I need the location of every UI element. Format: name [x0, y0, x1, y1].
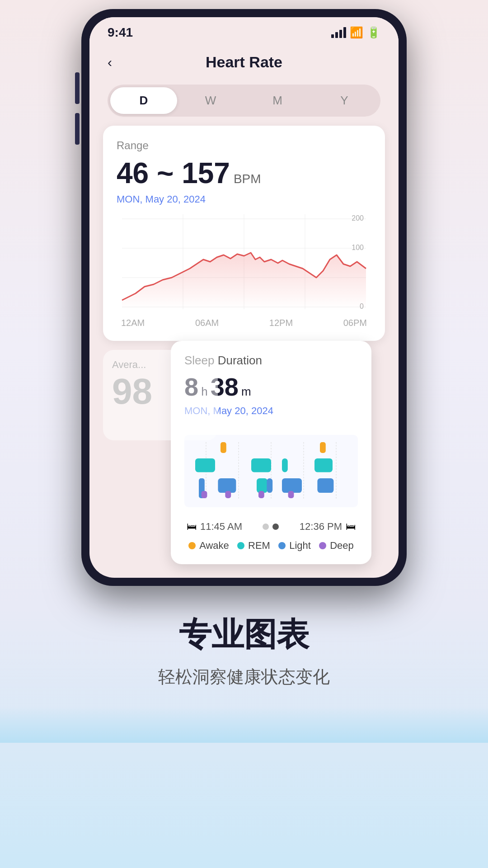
tab-month[interactable]: M — [244, 87, 311, 114]
range-date: MON, May 20, 2024 — [117, 193, 371, 205]
sleep-start-time: 🛏 11:45 AM — [187, 521, 242, 533]
bed-end-icon: 🛏 — [346, 521, 356, 533]
bg-avg-label: Avera... — [112, 359, 209, 371]
range-numbers: 46 ~ 157 — [117, 156, 230, 190]
sleep-legend: Awake REM Light Deep — [184, 540, 358, 552]
status-bar: 9:41 📶 🔋 — [89, 17, 399, 44]
legend-light: Light — [278, 540, 311, 552]
svg-rect-26 — [282, 458, 288, 472]
sleep-end-time: 12:36 PM 🛏 — [300, 521, 356, 533]
tab-bar: D W M Y — [108, 85, 380, 117]
legend-awake: Awake — [188, 540, 229, 552]
svg-rect-25 — [258, 491, 264, 498]
legend-deep: Deep — [319, 540, 354, 552]
bg-avg-card: Avera... 98 — [103, 350, 218, 440]
sleep-time-labels: 🛏 11:45 AM 12:36 PM 🛏 — [184, 521, 358, 533]
svg-rect-18 — [202, 491, 207, 498]
page-title: Heart Rate — [206, 53, 282, 71]
svg-rect-17 — [195, 458, 215, 472]
battery-icon: 🔋 — [367, 26, 380, 39]
legend-rem-label: REM — [248, 540, 270, 552]
range-label: Range — [117, 139, 371, 152]
sleep-pagination — [263, 524, 279, 530]
svg-rect-20 — [218, 478, 236, 493]
phone-screen: 9:41 📶 🔋 ‹ Heart Rate — [89, 17, 399, 578]
legend-awake-dot — [188, 542, 196, 549]
legend-deep-label: Deep — [330, 540, 354, 552]
status-icons: 📶 🔋 — [331, 26, 380, 39]
bottom-gradient — [0, 707, 488, 743]
x-label-12am: 12AM — [121, 318, 145, 328]
sleep-mins-unit: m — [241, 385, 251, 399]
svg-text:100: 100 — [352, 244, 364, 251]
bed-start-icon: 🛏 — [187, 521, 197, 533]
vol-down-button — [75, 113, 80, 145]
legend-light-label: Light — [289, 540, 311, 552]
bottom-title: 专业图表 — [36, 613, 452, 656]
vol-up-button — [75, 72, 80, 104]
legend-rem: REM — [237, 540, 270, 552]
svg-rect-19 — [221, 442, 226, 453]
svg-rect-21 — [225, 491, 231, 498]
legend-light-dot — [278, 542, 286, 549]
bg-avg-value: 98 — [112, 371, 209, 412]
tab-year[interactable]: Y — [311, 87, 378, 114]
legend-deep-dot — [319, 542, 326, 549]
svg-rect-23 — [257, 478, 267, 493]
status-time: 9:41 — [108, 25, 133, 40]
back-button[interactable]: ‹ — [108, 55, 112, 70]
svg-rect-22 — [251, 458, 271, 472]
phone-frame: 9:41 📶 🔋 ‹ Heart Rate — [81, 9, 407, 586]
heart-rate-card: Range 46 ~ 157 BPM MON, May 20, 2024 — [103, 126, 385, 341]
svg-rect-28 — [288, 491, 294, 498]
dot-2 — [272, 524, 279, 530]
svg-rect-27 — [282, 478, 302, 493]
tab-week[interactable]: W — [177, 87, 244, 114]
sleep-section: Avera... 98 Sleep Duration 8 h 38 m MON,… — [89, 341, 399, 564]
legend-rem-dot — [237, 542, 244, 549]
svg-rect-24 — [267, 478, 272, 493]
svg-rect-30 — [314, 458, 333, 472]
svg-rect-29 — [320, 442, 326, 453]
dot-1 — [263, 524, 269, 530]
x-label-12pm: 12PM — [269, 318, 293, 328]
x-label-6pm: 06PM — [343, 318, 367, 328]
app-header: ‹ Heart Rate — [89, 44, 399, 80]
range-unit: BPM — [234, 172, 261, 186]
range-value-row: 46 ~ 157 BPM — [117, 156, 371, 190]
chart-svg: 200 100 0 — [117, 214, 371, 314]
svg-rect-31 — [317, 478, 333, 493]
bottom-subtitle: 轻松洞察健康状态变化 — [36, 665, 452, 689]
bottom-section: 专业图表 轻松洞察健康状态变化 — [0, 586, 488, 707]
svg-text:200: 200 — [352, 214, 364, 222]
signal-icon — [331, 27, 346, 38]
chart-x-labels: 12AM 06AM 12PM 06PM — [117, 318, 371, 328]
tab-day[interactable]: D — [110, 87, 177, 114]
phone-mockup: 9:41 📶 🔋 ‹ Heart Rate — [81, 0, 407, 586]
legend-awake-label: Awake — [199, 540, 229, 552]
wifi-icon: 📶 — [350, 26, 363, 39]
x-label-6am: 06AM — [195, 318, 219, 328]
heart-rate-chart: 200 100 0 — [117, 214, 371, 327]
